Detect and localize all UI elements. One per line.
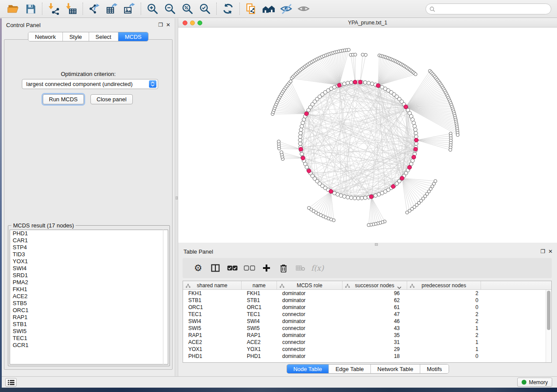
task-history-button[interactable] [5,378,17,387]
import-table-button[interactable] [62,2,80,16]
tab-motifs[interactable]: Motifs [420,364,449,373]
tab-select[interactable]: Select [89,32,118,41]
mcds-result-item[interactable]: GCR1 [10,342,168,349]
export-table-button[interactable] [103,2,121,16]
zoom-fit-button[interactable] [179,2,196,16]
table-settings-button[interactable]: ⚙ [190,261,207,275]
splitter-handle[interactable] [375,243,378,246]
table-row[interactable]: ORC1ORC1dominator610 [183,304,546,311]
cell-successor-nodes: 35 [343,332,407,339]
mcds-result-item[interactable]: PHD1 [10,230,168,237]
mcds-result-item[interactable]: ACE2 [10,293,168,300]
mcds-result-item[interactable]: STB1 [10,321,168,328]
mcds-result-item[interactable]: RAP1 [10,314,168,321]
export-network-button[interactable] [86,2,103,16]
open-session-button[interactable] [4,2,22,16]
horizontal-splitter[interactable] [178,243,557,247]
column-header-predecessor-nodes[interactable]: predecessor nodes [407,281,481,290]
mcds-result-item[interactable]: YOX1 [10,258,168,265]
network-graph[interactable] [178,28,557,243]
tab-style[interactable]: Style [63,32,89,41]
cell-shared-name: PHD1 [183,353,242,360]
criterion-dropdown[interactable]: largest connected component (undirected) [22,79,158,89]
tab-mcds[interactable]: MCDS [118,32,148,41]
close-panel-button[interactable]: Close panel [90,94,133,104]
show-column-panel-button[interactable] [207,261,224,275]
table-row[interactable]: YOX1YOX1connector291 [183,346,546,353]
run-mcds-button[interactable]: Run MCDS [43,94,84,104]
export-image-button[interactable] [121,2,138,16]
main-toolbar [0,0,557,18]
show-all-button[interactable] [295,2,312,16]
table-scrollbar[interactable] [546,290,551,362]
hide-selected-button[interactable] [277,2,295,16]
first-neighbors-button[interactable] [260,2,277,16]
table-row[interactable]: STB1STB1dominator620 [183,297,546,304]
mcds-result-item[interactable]: SWI4 [10,265,168,272]
mcds-result-item[interactable]: TID3 [10,251,168,258]
delete-table-button[interactable] [292,261,309,275]
tab-edge-table[interactable]: Edge Table [329,364,371,373]
delete-column-button[interactable] [275,261,292,275]
mcds-tab-panel: Optimization criterion: largest connecte… [4,39,173,370]
table-row[interactable]: ACE2ACE2connector311 [183,339,546,346]
mcds-result-item[interactable]: PMA2 [10,279,168,286]
table-row[interactable]: FKH1FKH1dominator962 [183,290,546,297]
network-canvas[interactable] [178,28,557,243]
control-panel-float-button[interactable]: ❐ [158,22,163,28]
save-session-button[interactable] [22,2,39,16]
cell-successor-nodes: 31 [343,339,407,346]
mcds-result-item[interactable]: CAR1 [10,237,168,244]
import-network-button[interactable] [45,2,62,16]
select-all-columns-button[interactable] [224,261,241,275]
table-row[interactable]: SWI4SWI4dominator462 [183,318,546,325]
mcds-list-scrollbar[interactable] [163,230,163,364]
tab-network-table[interactable]: Network Table [371,364,420,373]
mcds-result-item[interactable]: ORC1 [10,307,168,314]
vertical-splitter[interactable] [175,18,178,376]
column-header-successor-nodes[interactable]: successor nodes [343,281,407,290]
table-row[interactable]: RAP1RAP1dominator352 [183,332,546,339]
zoom-out-button[interactable] [161,2,179,16]
search-field[interactable] [426,3,551,14]
mcds-result-item[interactable]: STB5 [10,300,168,307]
table-row[interactable]: TEC1TEC1connector472 [183,311,546,318]
scrollbar-thumb[interactable] [547,291,550,330]
table-row[interactable]: PHD1PHD1dominator180 [183,353,546,360]
column-tree-icon [410,283,415,289]
table-panel-close-button[interactable]: ✕ [548,248,553,254]
control-panel-close-button[interactable]: ✕ [166,22,170,28]
mcds-result-item[interactable]: FKH1 [10,286,168,293]
mcds-result-list[interactable]: PHD1CAR1STP4TID3YOX1SWI4SRD1PMA2FKH1ACE2… [10,230,168,364]
cell-shared-name: SWI4 [183,318,242,325]
mcds-result-item[interactable]: TEC1 [10,335,168,342]
zoom-selected-button[interactable] [196,2,214,16]
function-builder-button[interactable]: f(x) [309,261,326,275]
cell-MCDS-role: dominator [277,290,343,297]
eye-slash-icon [280,3,292,15]
trash-icon [280,264,287,272]
table-row[interactable]: SWI5SWI5connector431 [183,325,546,332]
zoom-in-button[interactable] [144,2,161,16]
table-panel-float-button[interactable]: ❐ [540,248,545,254]
memory-button[interactable]: Memory [517,378,552,387]
search-input[interactable] [438,6,547,12]
tab-node-table[interactable]: Node Table [287,364,329,373]
cell-MCDS-role: connector [277,325,343,332]
column-header-shared-name[interactable]: shared name [183,281,242,290]
column-header-name[interactable]: name [242,281,277,290]
cell-name: SWI4 [242,318,277,325]
tab-network[interactable]: Network [28,32,63,41]
cell-predecessor-nodes: 1 [407,339,481,346]
deselect-all-columns-button[interactable] [241,261,258,275]
status-bar: Memory [0,376,557,388]
add-column-button[interactable] [258,261,275,275]
cell-successor-nodes: 96 [343,290,407,297]
column-header-MCDS-role[interactable]: MCDS role [277,281,343,290]
mcds-result-item[interactable]: SRD1 [10,272,168,279]
apply-layout-button[interactable] [219,2,237,16]
splitter-handle[interactable] [176,196,178,199]
mcds-result-item[interactable]: STP4 [10,244,168,251]
mcds-result-item[interactable]: SWI5 [10,328,168,335]
new-network-from-selection-button[interactable] [242,2,260,16]
